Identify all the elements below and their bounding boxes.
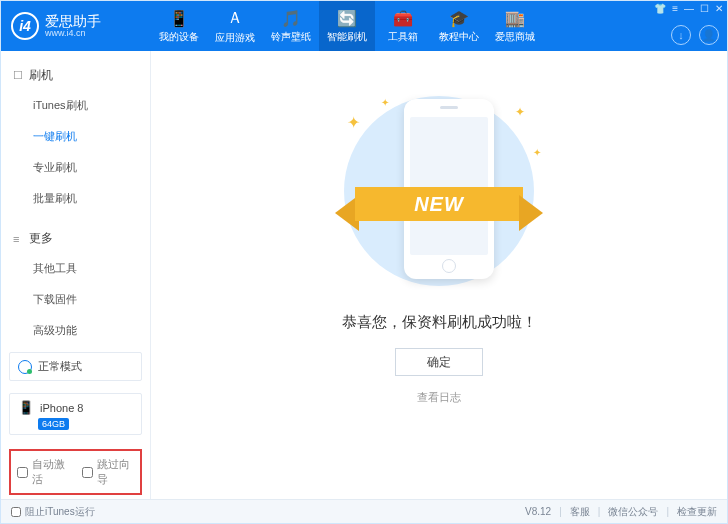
success-illustration: ✦ ✦ ✦ ✦ NEW xyxy=(329,91,549,291)
side-section-head[interactable]: ≡更多 xyxy=(1,224,150,253)
nav-label: 爱思商城 xyxy=(495,30,535,44)
section-icon: ☐ xyxy=(13,69,25,82)
nav-item-3[interactable]: 🔄智能刷机 xyxy=(319,1,375,51)
nav-item-0[interactable]: 📱我的设备 xyxy=(151,1,207,51)
nav-icon: 🎓 xyxy=(449,9,469,28)
storage-badge: 64GB xyxy=(38,418,69,430)
brand-url: www.i4.cn xyxy=(45,28,101,38)
view-log-link[interactable]: 查看日志 xyxy=(417,390,461,405)
nav-label: 智能刷机 xyxy=(327,30,367,44)
mode-dot-icon xyxy=(18,360,32,374)
download-icon[interactable]: ↓ xyxy=(671,25,691,45)
sidebar-item[interactable]: 批量刷机 xyxy=(33,183,150,214)
nav-icon: 🏬 xyxy=(505,9,525,28)
nav-label: 我的设备 xyxy=(159,30,199,44)
nav-icon: Ａ xyxy=(227,8,243,29)
window-controls: 👕 ≡ — ☐ ✕ xyxy=(654,3,723,14)
footer-link-update[interactable]: 检查更新 xyxy=(677,505,717,519)
version-label: V8.12 xyxy=(525,506,551,517)
nav-item-1[interactable]: Ａ应用游戏 xyxy=(207,1,263,51)
brand-name: 爱思助手 xyxy=(45,14,101,28)
auto-activate-input[interactable] xyxy=(17,467,28,478)
user-icon[interactable]: 👤 xyxy=(699,25,719,45)
nav-item-2[interactable]: 🎵铃声壁纸 xyxy=(263,1,319,51)
main-content: ✦ ✦ ✦ ✦ NEW 恭喜您，保资料刷机成功啦！ 确定 查看日志 xyxy=(151,51,727,499)
nav-label: 铃声壁纸 xyxy=(271,30,311,44)
skip-guide-input[interactable] xyxy=(82,467,93,478)
section-icon: ≡ xyxy=(13,233,25,245)
phone-icon: 📱 xyxy=(18,400,34,415)
options-row: 自动激活 跳过向导 xyxy=(9,449,142,495)
close-icon[interactable]: ✕ xyxy=(715,3,723,14)
star-icon: ✦ xyxy=(347,113,360,132)
sidebar-item[interactable]: 专业刷机 xyxy=(33,152,150,183)
logo-icon: i4 xyxy=(11,12,39,40)
star-icon: ✦ xyxy=(515,105,525,119)
minimize-icon[interactable]: — xyxy=(684,3,694,14)
nav-item-4[interactable]: 🧰工具箱 xyxy=(375,1,431,51)
nav-label: 工具箱 xyxy=(388,30,418,44)
user-controls: ↓ 👤 xyxy=(671,25,719,45)
footer-link-wechat[interactable]: 微信公众号 xyxy=(608,505,658,519)
skip-guide-checkbox[interactable]: 跳过向导 xyxy=(82,457,135,487)
maximize-icon[interactable]: ☐ xyxy=(700,3,709,14)
sidebar: ☐刷机iTunes刷机一键刷机专业刷机批量刷机≡更多其他工具下载固件高级功能 正… xyxy=(1,51,151,499)
header: i4 爱思助手 www.i4.cn 📱我的设备Ａ应用游戏🎵铃声壁纸🔄智能刷机🧰工… xyxy=(1,1,727,51)
sidebar-item[interactable]: 下载固件 xyxy=(33,284,150,315)
auto-activate-checkbox[interactable]: 自动激活 xyxy=(17,457,70,487)
side-section-head[interactable]: ☐刷机 xyxy=(1,61,150,90)
success-message: 恭喜您，保资料刷机成功啦！ xyxy=(342,313,537,332)
sidebar-item[interactable]: iTunes刷机 xyxy=(33,90,150,121)
device-indicator[interactable]: 📱 iPhone 8 64GB xyxy=(9,393,142,435)
ribbon-text: NEW xyxy=(355,187,523,221)
nav-label: 应用游戏 xyxy=(215,31,255,45)
nav-item-5[interactable]: 🎓教程中心 xyxy=(431,1,487,51)
star-icon: ✦ xyxy=(381,97,389,108)
footer-link-support[interactable]: 客服 xyxy=(570,505,590,519)
block-itunes-checkbox[interactable]: 阻止iTunes运行 xyxy=(11,505,95,519)
sidebar-item[interactable]: 一键刷机 xyxy=(33,121,150,152)
nav-label: 教程中心 xyxy=(439,30,479,44)
nav-icon: 🔄 xyxy=(337,9,357,28)
nav-bar: 📱我的设备Ａ应用游戏🎵铃声壁纸🔄智能刷机🧰工具箱🎓教程中心🏬爱思商城 xyxy=(151,1,543,51)
nav-icon: 📱 xyxy=(169,9,189,28)
nav-icon: 🎵 xyxy=(281,9,301,28)
block-itunes-input[interactable] xyxy=(11,507,21,517)
sidebar-item[interactable]: 高级功能 xyxy=(33,315,150,346)
logo[interactable]: i4 爱思助手 www.i4.cn xyxy=(1,12,151,40)
nav-icon: 🧰 xyxy=(393,9,413,28)
footer: 阻止iTunes运行 V8.12 | 客服 | 微信公众号 | 检查更新 xyxy=(1,499,727,523)
star-icon: ✦ xyxy=(533,147,541,158)
wardrobe-icon[interactable]: 👕 xyxy=(654,3,666,14)
menu-icon[interactable]: ≡ xyxy=(672,3,678,14)
nav-item-6[interactable]: 🏬爱思商城 xyxy=(487,1,543,51)
device-name: iPhone 8 xyxy=(40,402,83,414)
sidebar-item[interactable]: 其他工具 xyxy=(33,253,150,284)
mode-indicator[interactable]: 正常模式 xyxy=(9,352,142,381)
mode-label: 正常模式 xyxy=(38,359,82,374)
ribbon: NEW xyxy=(339,181,539,229)
ok-button[interactable]: 确定 xyxy=(395,348,483,376)
